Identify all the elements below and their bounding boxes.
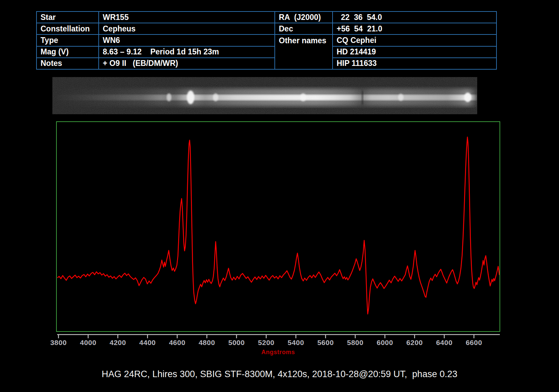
table-row: Notes + O9 II (EB/DM/WR) HIP 111633 — [37, 58, 496, 69]
ra-value: 22 36 54.0 — [333, 11, 496, 23]
observation-caption: HAG 24RC, Lhires 300, SBIG STF-8300M, 4x… — [0, 369, 559, 379]
ra-label: RA (J2000) — [275, 11, 333, 23]
spectrum-curve — [58, 137, 500, 314]
x-tick-label: 6200 — [406, 339, 423, 347]
other-name-3: HIP 111633 — [333, 58, 496, 69]
table-row: Constellation Cepheus Dec +56 54 21.0 — [37, 23, 496, 34]
x-axis-tick-labels: 3800400042004400460048005000520054005600… — [56, 339, 500, 347]
other-names-label: Other names — [275, 34, 333, 69]
x-tick-label: 5400 — [288, 339, 304, 347]
x-tick-label: 4400 — [139, 339, 156, 347]
constellation-value: Cepheus — [99, 23, 275, 34]
x-tick-label: 5200 — [258, 339, 274, 347]
dec-label: Dec — [275, 23, 333, 34]
mag-label: Mag (V) — [37, 46, 99, 58]
x-tick-label: 6000 — [377, 339, 393, 347]
spectrum-strip-image — [52, 77, 477, 114]
x-tick-label: 3800 — [50, 339, 67, 347]
x-axis-title: Angstroms — [56, 349, 500, 356]
strip-noise-texture — [52, 77, 477, 114]
x-tick-label: 4000 — [80, 339, 96, 347]
star-label: Star — [37, 11, 99, 23]
star-value: WR155 — [99, 11, 275, 23]
x-tick-label: 5800 — [347, 339, 364, 347]
x-tick-label: 6600 — [466, 339, 482, 347]
x-axis-ticks — [58, 335, 474, 338]
x-tick-label: 4600 — [169, 339, 186, 347]
type-label: Type — [37, 34, 99, 46]
table-row: Mag (V) 8.63 – 9.12 Period 1d 15h 23m HD… — [37, 46, 496, 58]
x-tick-label: 5000 — [228, 339, 245, 347]
notes-value: + O9 II (EB/DM/WR) — [99, 58, 275, 69]
other-name-2: HD 214419 — [333, 46, 496, 58]
x-tick-label: 5600 — [317, 339, 334, 347]
notes-label: Notes — [37, 58, 99, 69]
spectrum-report-page: Star WR155 RA (J2000) 22 36 54.0 Constel… — [0, 0, 559, 392]
type-value: WN6 — [99, 34, 275, 46]
x-tick-label: 4200 — [110, 339, 126, 347]
x-tick-label: 4800 — [199, 339, 215, 347]
x-tick-label: 6400 — [436, 339, 453, 347]
constellation-label: Constellation — [37, 23, 99, 34]
table-row: Star WR155 RA (J2000) 22 36 54.0 — [37, 11, 496, 23]
mag-value: 8.63 – 9.12 Period 1d 15h 23m — [99, 46, 275, 58]
other-name-1: CQ Cephei — [333, 34, 496, 46]
dec-value: +56 54 21.0 — [333, 23, 496, 34]
star-info-table: Star WR155 RA (J2000) 22 36 54.0 Constel… — [36, 11, 497, 70]
table-row: Type WN6 Other names CQ Cephei — [37, 34, 496, 46]
spectrum-plot — [56, 121, 500, 332]
